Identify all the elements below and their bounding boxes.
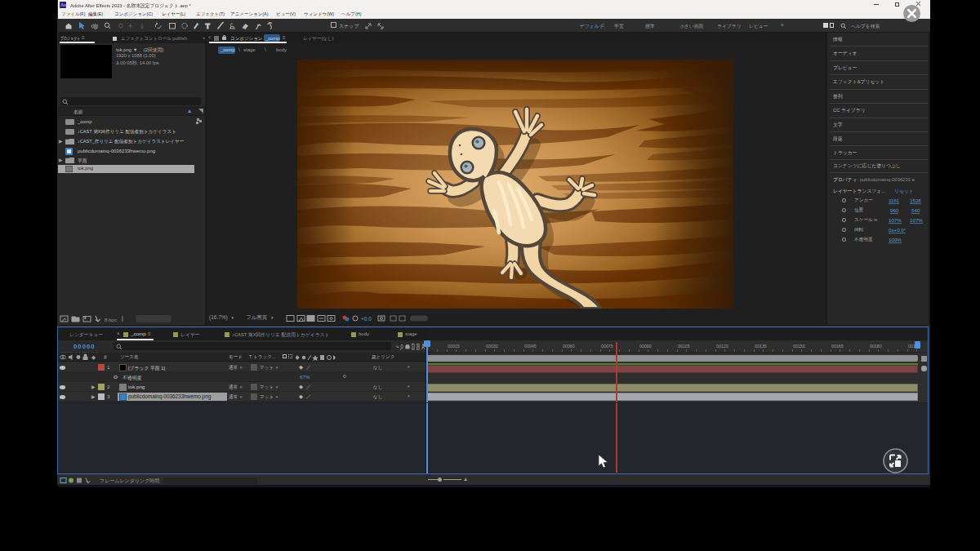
svg-text:T: T [206, 22, 211, 30]
svg-text:+0.0: +0.0 [361, 316, 372, 322]
svg-text:8 bpc: 8 bpc [105, 318, 117, 322]
